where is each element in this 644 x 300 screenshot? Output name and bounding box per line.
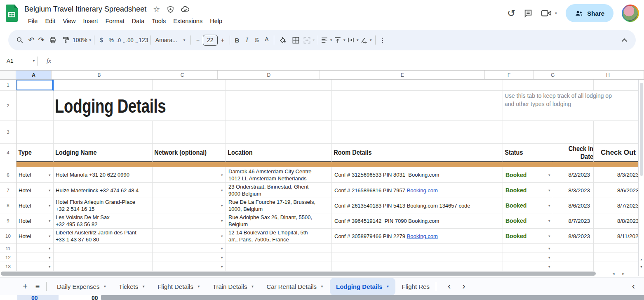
cell-check-in[interactable]: 8/2/2023 [553,167,594,183]
tab-scroll-right-icon[interactable]: › [462,282,465,291]
cell[interactable] [503,80,553,91]
dropdown-arrow-icon[interactable]: ▼ [221,265,223,268]
cell-check-in[interactable] [553,262,594,271]
cell-status[interactable]: ▼ [503,262,553,271]
dropdown-arrow-icon[interactable]: ▼ [221,173,223,177]
cell-type[interactable]: ▼ [16,262,54,271]
menu-help[interactable]: Help [206,17,226,26]
cell-lodging-name[interactable] [54,262,153,271]
dropdown-arrow-icon[interactable]: ▼ [48,204,51,208]
cell-network[interactable]: ▼ [153,183,226,198]
cell-lodging-name[interactable]: Hotel Manofa +31 20 622 0990 [54,167,153,183]
text-rotate-icon[interactable]: ▼ [360,33,373,47]
tab-menu-icon[interactable]: ▼ [103,285,106,288]
cell-check-out[interactable]: 8/6/2023 [594,183,644,198]
cell-lodging-name[interactable] [54,244,153,253]
dropdown-arrow-icon[interactable]: ▼ [221,204,223,208]
fill-color-icon[interactable] [276,33,289,47]
cell-location[interactable]: 12-14 Boulevard De L'hopital, 5th arr., … [226,229,332,244]
cell-room-details[interactable]: Conf # 3964519142 PIN 7090 Booking.com [332,213,503,229]
dropdown-arrow-icon[interactable]: ▼ [548,173,551,177]
cell-network[interactable]: ▼ [153,198,226,213]
menu-view[interactable]: View [59,17,79,26]
dropdown-arrow-icon[interactable]: ▼ [221,234,223,238]
tab-menu-icon[interactable]: ▼ [197,285,200,288]
cell[interactable] [226,91,332,121]
tab-train-details[interactable]: Train Details▼ [207,278,261,295]
cell-network[interactable]: ▼ [153,253,226,262]
cell-location[interactable]: Rue De La Fourche 17-19, Brussels, 1000,… [226,198,332,213]
booking-link[interactable]: Booking.com [407,233,438,239]
row-header[interactable]: 1 [0,80,16,91]
cell-lodging-name[interactable]: Huize Maeterlinck +32 474 62 48 4 [54,183,153,198]
cell-status[interactable]: Booked▼ [503,167,553,183]
scroll-up-icon[interactable]: ▲ [640,258,643,261]
vertical-scrollbar-thumb[interactable] [640,83,643,176]
row-header[interactable]: 9 [0,213,16,229]
cell-status[interactable]: ▼ [503,244,553,253]
dropdown-arrow-icon[interactable]: ▼ [221,219,223,223]
strikethrough-button[interactable]: S [252,33,262,47]
tab-car-rental-details[interactable]: Car Rental Details▼ [260,278,330,295]
italic-button[interactable]: I [242,33,252,47]
dropdown-arrow-icon[interactable]: ▼ [548,265,551,268]
cell-status[interactable]: Booked▼ [503,229,553,244]
cell-check-out[interactable] [594,244,644,253]
comments-icon[interactable] [524,9,533,18]
cell-check-in[interactable] [553,244,594,253]
cell-check-in[interactable]: 8/7/2023 [553,213,594,229]
cell[interactable] [594,121,644,144]
header-lodging-name[interactable]: Lodging Name [54,144,153,162]
column-header-c[interactable]: C [147,71,218,79]
video-dropdown-icon[interactable]: ▼ [554,12,557,15]
cell[interactable] [332,91,503,121]
menu-extensions[interactable]: Extensions [169,17,206,26]
tab-tickets[interactable]: Tickets▼ [113,278,151,295]
horizontal-scrollbar[interactable]: ◄ ► [0,271,638,276]
cell-check-in[interactable] [553,253,594,262]
cell-check-out[interactable]: 8/11/2023 [594,229,644,244]
column-header-g[interactable]: G [534,71,573,79]
menu-insert[interactable]: Insert [80,17,102,26]
menu-data[interactable]: Data [128,17,148,26]
decrease-decimal-button[interactable]: .0← [116,33,126,47]
cell-lodging-name[interactable]: Libertel Austerlitz Jardin des Plant +33… [54,229,153,244]
increase-decimal-button[interactable]: .00→ [126,33,139,47]
dropdown-arrow-icon[interactable]: ▼ [48,189,51,192]
header-check-out[interactable]: Check Out Date [594,144,644,162]
header-location[interactable]: Location [226,144,332,162]
tab-daily-expenses[interactable]: Daily Expenses▼ [51,278,113,295]
cell[interactable] [16,91,54,121]
row-header[interactable]: 8 [0,198,16,213]
cloud-check-icon[interactable] [181,5,190,13]
row-header[interactable]: 13 [0,262,16,271]
tab-menu-icon[interactable]: ▼ [142,285,145,288]
cell[interactable] [226,121,332,144]
header-network[interactable]: Network (optional) [153,144,226,162]
font-size-input[interactable]: 22 [203,35,218,46]
active-cell-a1[interactable] [16,80,54,91]
cell-room-details[interactable]: Conf # 2613540183 PIN 5413 Booking.com 1… [332,198,503,213]
cell-room-details[interactable]: Conf # 3125696533 PIN 8031 Booking.com [332,167,503,183]
cell-network[interactable]: ▼ [153,244,226,253]
dropdown-arrow-icon[interactable]: ▼ [548,234,551,238]
cell[interactable] [16,121,54,144]
cell-check-out[interactable] [594,253,644,262]
cell-status[interactable]: Booked▼ [503,183,553,198]
version-history-icon[interactable]: ↺ [507,8,515,18]
decrease-font-button[interactable]: − [193,33,203,47]
cell-type[interactable]: Hotel▼ [16,198,54,213]
cell-type[interactable]: Hotel▼ [16,213,54,229]
cell[interactable] [226,80,332,91]
currency-format-button[interactable]: $ [96,33,106,47]
dropdown-arrow-icon[interactable]: ▼ [48,265,51,268]
cell-type[interactable]: Hotel▼ [16,183,54,198]
cell-lodging-name[interactable] [54,253,153,262]
dropdown-arrow-icon[interactable]: ▼ [548,204,551,208]
cell-room-details[interactable]: Conf # 3058979466 PIN 2279 Booking.com [332,229,503,244]
cell[interactable] [553,121,594,144]
add-sheet-icon[interactable]: + [19,280,31,293]
cell[interactable] [54,80,153,91]
cell-location[interactable] [226,244,332,253]
column-header-h[interactable]: H [572,71,644,79]
